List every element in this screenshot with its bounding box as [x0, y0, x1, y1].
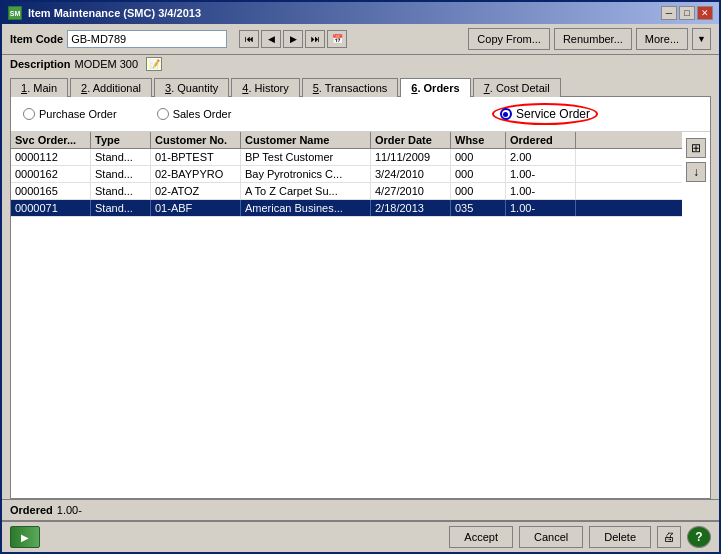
col-svc-order: Svc Order...: [11, 132, 91, 148]
tab-transactions[interactable]: 5. Transactions: [302, 78, 399, 97]
col-order-date: Order Date: [371, 132, 451, 148]
col-customer-name: Customer Name: [241, 132, 371, 148]
nav-controls: ⏮ ◀ ▶ ⏭ 📅: [239, 30, 347, 48]
tab-cost-detail[interactable]: 7. Cost Detail: [473, 78, 561, 97]
download-icon[interactable]: ↓: [686, 162, 706, 182]
accept-button[interactable]: Accept: [449, 526, 513, 548]
table-row[interactable]: 0000165 Stand... 02-ATOZ A To Z Carpet S…: [11, 183, 682, 200]
tab-additional[interactable]: 2. Additional: [70, 78, 152, 97]
delete-button[interactable]: Delete: [589, 526, 651, 548]
cell-ordered: 1.00-: [506, 183, 576, 199]
maximize-button[interactable]: □: [679, 6, 695, 20]
cell-customer-name: American Busines...: [241, 200, 371, 216]
cell-ordered: 1.00-: [506, 166, 576, 182]
toolbar: Item Code ⏮ ◀ ▶ ⏭ 📅 Copy From... Renumbe…: [2, 24, 719, 55]
cell-svc-order: 0000165: [11, 183, 91, 199]
cell-svc-order: 0000112: [11, 149, 91, 165]
cell-order-date: 4/27/2010: [371, 183, 451, 199]
sales-order-label: Sales Order: [173, 108, 232, 120]
description-value: MODEM 300: [75, 58, 139, 70]
cell-type: Stand...: [91, 200, 151, 216]
content-area: Svc Order... Type Customer No. Customer …: [11, 132, 710, 498]
cell-customer-no: 01-ABF: [151, 200, 241, 216]
description-row: Description MODEM 300 📝: [2, 55, 719, 73]
tab-history[interactable]: 4. History: [231, 78, 299, 97]
table-row-selected[interactable]: 0000071 Stand... 01-ABF American Busines…: [11, 200, 682, 217]
item-code-group: Item Code: [10, 30, 227, 48]
title-controls: ─ □ ✕: [661, 6, 713, 20]
table-body: 0000112 Stand... 01-BPTEST BP Test Custo…: [11, 149, 682, 498]
cell-customer-name: Bay Pyrotronics C...: [241, 166, 371, 182]
close-button[interactable]: ✕: [697, 6, 713, 20]
cell-customer-no: 01-BPTEST: [151, 149, 241, 165]
main-window: SM Item Maintenance (SMC) 3/4/2013 ─ □ ✕…: [0, 0, 721, 554]
more-dropdown-button[interactable]: ▼: [692, 28, 711, 50]
col-customer-no: Customer No.: [151, 132, 241, 148]
table-view-icon[interactable]: ⊞: [686, 138, 706, 158]
nav-next-button[interactable]: ▶: [283, 30, 303, 48]
cell-ordered: 2.00: [506, 149, 576, 165]
start-button[interactable]: ▶: [10, 526, 40, 548]
col-whse: Whse: [451, 132, 506, 148]
item-code-input[interactable]: [67, 30, 227, 48]
cell-whse: 000: [451, 183, 506, 199]
tab-main[interactable]: 1. Main: [10, 78, 68, 97]
cell-svc-order: 0000071: [11, 200, 91, 216]
nav-last-button[interactable]: ⏭: [305, 30, 325, 48]
cell-whse: 035: [451, 200, 506, 216]
cell-type: Stand...: [91, 149, 151, 165]
nav-first-button[interactable]: ⏮: [239, 30, 259, 48]
help-button[interactable]: ?: [687, 526, 711, 548]
cancel-button[interactable]: Cancel: [519, 526, 583, 548]
cell-type: Stand...: [91, 166, 151, 182]
side-icons: ⊞ ↓: [682, 132, 710, 498]
bottom-bar: ▶ Accept Cancel Delete 🖨 ?: [2, 520, 719, 552]
cell-order-date: 2/18/2013: [371, 200, 451, 216]
tabs-bar: 1. Main 2. Additional 3. Quantity 4. His…: [2, 73, 719, 96]
service-order-option[interactable]: Service Order: [492, 103, 598, 125]
more-button[interactable]: More...: [636, 28, 688, 50]
cell-customer-name: A To Z Carpet Su...: [241, 183, 371, 199]
purchase-order-option[interactable]: Purchase Order: [23, 108, 117, 120]
window-title: Item Maintenance (SMC) 3/4/2013: [28, 7, 655, 19]
service-order-label: Service Order: [516, 107, 590, 121]
cell-order-date: 3/24/2010: [371, 166, 451, 182]
cell-order-date: 11/11/2009: [371, 149, 451, 165]
table-row[interactable]: 0000112 Stand... 01-BPTEST BP Test Custo…: [11, 149, 682, 166]
minimize-button[interactable]: ─: [661, 6, 677, 20]
table-row[interactable]: 0000162 Stand... 02-BAYPYRO Bay Pyrotron…: [11, 166, 682, 183]
cell-whse: 000: [451, 149, 506, 165]
radio-bar: Purchase Order Sales Order Service Order: [11, 97, 710, 132]
status-label: Ordered: [10, 504, 53, 516]
table-header: Svc Order... Type Customer No. Customer …: [11, 132, 682, 149]
cell-svc-order: 0000162: [11, 166, 91, 182]
cell-whse: 000: [451, 166, 506, 182]
nav-prev-button[interactable]: ◀: [261, 30, 281, 48]
main-content: Purchase Order Sales Order Service Order…: [10, 96, 711, 499]
cell-customer-no: 02-BAYPYRO: [151, 166, 241, 182]
col-ordered: Ordered: [506, 132, 576, 148]
table-container: Svc Order... Type Customer No. Customer …: [11, 132, 682, 498]
cell-type: Stand...: [91, 183, 151, 199]
sales-order-option[interactable]: Sales Order: [157, 108, 232, 120]
tab-quantity[interactable]: 3. Quantity: [154, 78, 229, 97]
col-type: Type: [91, 132, 151, 148]
title-bar: SM Item Maintenance (SMC) 3/4/2013 ─ □ ✕: [2, 2, 719, 24]
sales-order-radio[interactable]: [157, 108, 169, 120]
purchase-order-radio[interactable]: [23, 108, 35, 120]
printer-button[interactable]: 🖨: [657, 526, 681, 548]
item-code-label: Item Code: [10, 33, 63, 45]
cell-customer-name: BP Test Customer: [241, 149, 371, 165]
service-order-radio[interactable]: [500, 108, 512, 120]
tab-orders[interactable]: 6. Orders: [400, 78, 470, 97]
note-icon[interactable]: 📝: [146, 57, 162, 71]
purchase-order-label: Purchase Order: [39, 108, 117, 120]
cell-customer-no: 02-ATOZ: [151, 183, 241, 199]
window-icon: SM: [8, 6, 22, 20]
description-label: Description: [10, 58, 71, 70]
renumber-button[interactable]: Renumber...: [554, 28, 632, 50]
status-bar: Ordered 1.00-: [2, 499, 719, 520]
copy-from-button[interactable]: Copy From...: [468, 28, 550, 50]
nav-calendar-button[interactable]: 📅: [327, 30, 347, 48]
status-value: 1.00-: [57, 504, 82, 516]
